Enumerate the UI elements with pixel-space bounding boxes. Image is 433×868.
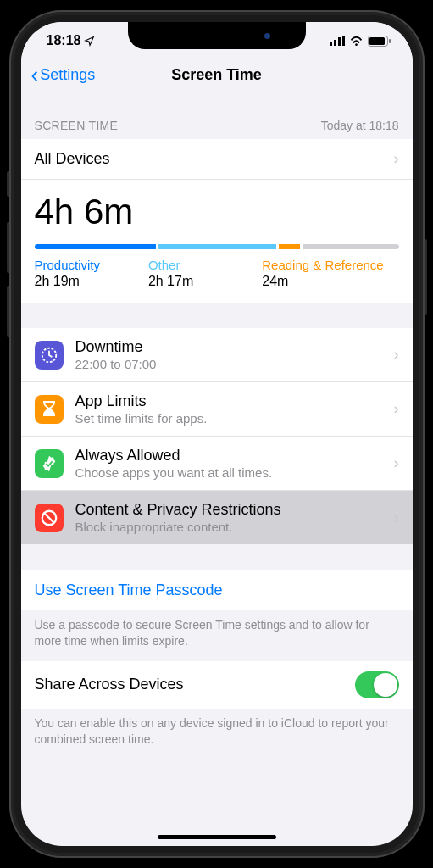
usage-legend: Productivity 2h 19m Other 2h 17m Reading… (35, 258, 399, 289)
all-devices-row[interactable]: All Devices › (21, 139, 413, 180)
app-limits-title: App Limits (75, 392, 394, 410)
total-usage-time: 4h 6m (35, 192, 399, 232)
always-allowed-title: Always Allowed (75, 447, 394, 465)
summary-section-header: Screen Time Today at 18:18 (21, 98, 413, 139)
content-privacy-sub: Block inappropriate content. (75, 520, 394, 534)
legend-time-reading: 24m (262, 274, 398, 289)
content-privacy-row[interactable]: Content & Privacy Restrictions Block ina… (21, 491, 413, 544)
use-passcode-row[interactable]: Use Screen Time Passcode (21, 570, 413, 610)
svg-rect-3 (342, 36, 345, 46)
wifi-icon (349, 36, 364, 46)
share-devices-toggle[interactable] (355, 671, 399, 698)
always-allowed-row[interactable]: Always Allowed Choose apps you want at a… (21, 437, 413, 491)
legend-label-productivity: Productivity (35, 258, 148, 272)
chevron-left-icon: ‹ (31, 62, 39, 88)
svg-rect-1 (334, 40, 336, 46)
content-scroll[interactable]: Screen Time Today at 18:18 All Devices ›… (21, 98, 413, 846)
back-button[interactable]: ‹ Settings (31, 62, 96, 88)
legend-label-other: Other (148, 258, 262, 272)
chevron-right-icon: › (394, 454, 399, 472)
clock-icon (35, 341, 64, 370)
passcode-footer: Use a passcode to secure Screen Time set… (21, 610, 413, 661)
share-devices-footer: You can enable this on any device signed… (21, 709, 413, 760)
usage-summary-card[interactable]: 4h 6m Productivity 2h 19m Other 2h 17m R… (21, 180, 413, 303)
downtime-row[interactable]: Downtime 22:00 to 07:00 › (21, 328, 413, 382)
legend-time-productivity: 2h 19m (35, 274, 148, 289)
share-devices-label: Share Across Devices (35, 676, 184, 693)
iphone-device-frame: 18:18 ‹ Settings (9, 10, 425, 858)
svg-rect-0 (330, 42, 332, 46)
chevron-right-icon: › (394, 150, 399, 168)
always-allowed-sub: Choose apps you want at all times. (75, 465, 394, 480)
cellular-signal-icon (330, 36, 345, 46)
svg-rect-2 (338, 37, 341, 46)
svg-rect-5 (369, 37, 385, 45)
summary-header-right: Today at 18:18 (321, 119, 399, 132)
chevron-right-icon: › (394, 509, 399, 526)
status-time: 18:18 (47, 33, 81, 48)
notch (128, 22, 306, 49)
legend-label-reading: Reading & Reference (262, 258, 398, 272)
svg-line-9 (44, 513, 53, 522)
screen: 18:18 ‹ Settings (21, 22, 413, 846)
use-passcode-link: Use Screen Time Passcode (35, 581, 223, 599)
downtime-sub: 22:00 to 07:00 (75, 357, 394, 371)
location-arrow-icon (84, 36, 95, 47)
chevron-right-icon: › (394, 346, 399, 364)
check-badge-icon (35, 449, 64, 478)
content-privacy-title: Content & Privacy Restrictions (75, 501, 394, 519)
legend-time-other: 2h 17m (148, 274, 262, 289)
back-label: Settings (40, 66, 95, 84)
svg-rect-6 (389, 39, 391, 43)
share-devices-row[interactable]: Share Across Devices (21, 661, 413, 709)
app-limits-sub: Set time limits for apps. (75, 411, 394, 426)
summary-header-left: Screen Time (35, 119, 119, 132)
downtime-title: Downtime (75, 338, 394, 356)
no-entry-icon (35, 504, 64, 532)
all-devices-label: All Devices (35, 150, 110, 168)
chevron-right-icon: › (394, 400, 399, 418)
home-indicator[interactable] (158, 835, 276, 839)
usage-bar (35, 244, 399, 249)
app-limits-row[interactable]: App Limits Set time limits for apps. › (21, 382, 413, 437)
battery-icon (368, 36, 391, 47)
hourglass-icon (35, 395, 64, 424)
